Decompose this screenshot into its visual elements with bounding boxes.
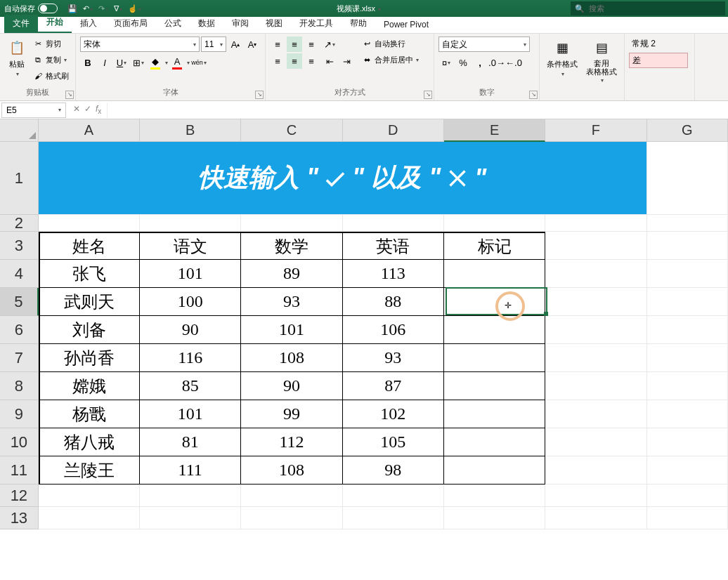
clipboard-launcher[interactable]: ↘ bbox=[65, 91, 74, 99]
cell-A7[interactable]: 孙尚香 bbox=[39, 344, 140, 372]
font-launcher[interactable]: ↘ bbox=[255, 91, 264, 99]
paste-button[interactable]: 📋 粘贴▾ bbox=[4, 37, 30, 79]
cell-A9[interactable]: 杨戬 bbox=[39, 400, 140, 428]
redo-icon[interactable]: ↷▾ bbox=[98, 4, 108, 13]
cell-B4[interactable]: 101 bbox=[140, 260, 241, 288]
formula-input[interactable] bbox=[107, 103, 728, 118]
number-launcher[interactable]: ↘ bbox=[529, 91, 538, 99]
cell-E7[interactable] bbox=[444, 344, 545, 372]
cell-E9[interactable] bbox=[444, 400, 545, 428]
border-button[interactable]: ⊞▾ bbox=[131, 55, 146, 70]
number-format-combo[interactable]: 自定义▾ bbox=[438, 37, 530, 52]
cell-E4[interactable] bbox=[444, 260, 545, 288]
cell-E13[interactable] bbox=[444, 507, 545, 529]
cell-G3[interactable] bbox=[647, 232, 728, 260]
cell-A3[interactable]: 姓名 bbox=[39, 232, 140, 260]
row-header-2[interactable]: 2 bbox=[0, 215, 39, 232]
cell-G11[interactable] bbox=[647, 456, 728, 485]
cell-E8[interactable] bbox=[444, 372, 545, 400]
align-bottom-button[interactable]: ≡ bbox=[304, 37, 319, 52]
format-painter-button[interactable]: 🖌格式刷 bbox=[32, 69, 69, 83]
cell-G1[interactable] bbox=[647, 142, 728, 215]
select-all-corner[interactable] bbox=[0, 119, 39, 142]
cell-B13[interactable] bbox=[140, 507, 241, 529]
cell-B3[interactable]: 语文 bbox=[140, 232, 241, 260]
cell-E2[interactable] bbox=[444, 215, 545, 232]
cell-F5[interactable] bbox=[545, 288, 646, 316]
tab-layout[interactable]: 页面布局 bbox=[105, 15, 156, 33]
cell-E5[interactable] bbox=[444, 288, 545, 316]
cell-D3[interactable]: 英语 bbox=[343, 232, 444, 260]
cell-A8[interactable]: 嫦娥 bbox=[39, 372, 140, 400]
cell-F4[interactable] bbox=[545, 260, 646, 288]
cell-G9[interactable] bbox=[647, 400, 728, 428]
fill-color-button[interactable]: ◆ bbox=[148, 55, 163, 70]
cell-C11[interactable]: 108 bbox=[241, 456, 342, 485]
cell-D7[interactable]: 93 bbox=[343, 344, 444, 372]
cell-D6[interactable]: 106 bbox=[343, 316, 444, 344]
row-header-12[interactable]: 12 bbox=[0, 485, 39, 507]
merge-center-button[interactable]: ⬌合并后居中▾ bbox=[361, 53, 419, 67]
search-input[interactable] bbox=[589, 4, 721, 13]
cell-B8[interactable]: 85 bbox=[140, 372, 241, 400]
cell-A11[interactable]: 兰陵王 bbox=[39, 456, 140, 485]
align-middle-button[interactable]: ≡ bbox=[287, 37, 302, 52]
cell-G7[interactable] bbox=[647, 344, 728, 372]
row-header-9[interactable]: 9 bbox=[0, 400, 39, 428]
indent-inc-button[interactable]: ⇥ bbox=[339, 53, 354, 69]
bold-button[interactable]: B bbox=[80, 55, 96, 70]
cell-A6[interactable]: 刘备 bbox=[39, 316, 140, 344]
cell-D11[interactable]: 98 bbox=[343, 456, 444, 485]
cell-A2[interactable] bbox=[39, 215, 140, 232]
dec-decimal-button[interactable]: ←.0 bbox=[506, 55, 521, 70]
cell-F9[interactable] bbox=[545, 400, 646, 428]
cell-E12[interactable] bbox=[444, 485, 545, 507]
tab-dev[interactable]: 开发工具 bbox=[291, 15, 342, 33]
cell-B10[interactable]: 81 bbox=[140, 428, 241, 456]
row-header-6[interactable]: 6 bbox=[0, 316, 39, 344]
row-header-8[interactable]: 8 bbox=[0, 372, 39, 400]
cell-C7[interactable]: 108 bbox=[241, 344, 342, 372]
cell-G10[interactable] bbox=[647, 428, 728, 456]
cell-F3[interactable] bbox=[545, 232, 646, 260]
cell-C4[interactable]: 89 bbox=[241, 260, 342, 288]
font-name-combo[interactable]: 宋体▾ bbox=[80, 37, 200, 52]
cell-F13[interactable] bbox=[545, 507, 646, 529]
cell-C5[interactable]: 93 bbox=[241, 288, 342, 316]
grow-font-button[interactable]: A▴ bbox=[228, 37, 243, 52]
row-header-10[interactable]: 10 bbox=[0, 428, 39, 456]
align-left-button[interactable]: ≡ bbox=[270, 53, 285, 69]
cell-E3[interactable]: 标记 bbox=[444, 232, 545, 260]
cell-B12[interactable] bbox=[140, 485, 241, 507]
row-header-11[interactable]: 11 bbox=[0, 456, 39, 485]
cell-F12[interactable] bbox=[545, 485, 646, 507]
cell-F11[interactable] bbox=[545, 456, 646, 485]
cell-G13[interactable] bbox=[647, 507, 728, 529]
cell-A4[interactable]: 张飞 bbox=[39, 260, 140, 288]
cell-B2[interactable] bbox=[140, 215, 241, 232]
cell-G6[interactable] bbox=[647, 316, 728, 344]
col-header-F[interactable]: F bbox=[545, 119, 646, 142]
row-header-1[interactable]: 1 bbox=[0, 142, 39, 215]
style-normal[interactable]: 常规 2 bbox=[629, 37, 658, 51]
align-launcher[interactable]: ↘ bbox=[424, 91, 432, 99]
cell-F7[interactable] bbox=[545, 344, 646, 372]
cell-A13[interactable] bbox=[39, 507, 140, 529]
italic-button[interactable]: I bbox=[97, 55, 112, 70]
shrink-font-button[interactable]: A▾ bbox=[245, 37, 260, 52]
cell-F6[interactable] bbox=[545, 316, 646, 344]
cell-D8[interactable]: 87 bbox=[343, 372, 444, 400]
cell-C10[interactable]: 112 bbox=[241, 428, 342, 456]
col-header-A[interactable]: A bbox=[39, 119, 140, 142]
font-color-button[interactable]: A bbox=[169, 55, 185, 70]
align-right-button[interactable]: ≡ bbox=[304, 53, 319, 69]
percent-button[interactable]: % bbox=[455, 55, 471, 70]
copy-button[interactable]: ⧉复制▾ bbox=[32, 53, 69, 67]
cell-G4[interactable] bbox=[647, 260, 728, 288]
cell-B5[interactable]: 100 bbox=[140, 288, 241, 316]
cell-F8[interactable] bbox=[545, 372, 646, 400]
row-header-5[interactable]: 5 bbox=[0, 288, 39, 316]
inc-decimal-button[interactable]: .0→ bbox=[489, 55, 505, 70]
table-format-button[interactable]: ▤ 套用 表格格式▾ bbox=[583, 37, 620, 85]
tab-view[interactable]: 视图 bbox=[257, 15, 291, 33]
